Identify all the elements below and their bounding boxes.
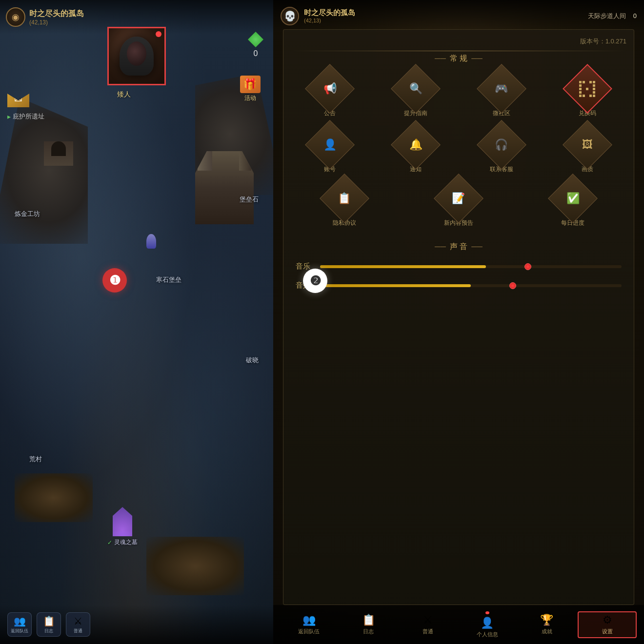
settings-grid-row2: 👤 账号 🔔 通知 🎧 联系客服 [291, 127, 626, 174]
guide-icon: 🔍 [409, 82, 423, 95]
settings-item-quality[interactable]: 🖼 画质 [548, 127, 626, 174]
bottom-btn-profile[interactable]: 👤 个人信息 [459, 611, 516, 638]
portrait-arrow [132, 84, 141, 85]
gem-count: 0 [254, 49, 258, 58]
char-hood [120, 37, 154, 76]
portrait-notification-dot [156, 31, 161, 37]
settings-item-community[interactable]: 🎮 微社区 [463, 71, 541, 117]
notification-icon: 🔔 [409, 138, 423, 151]
music-slider-row: 音乐 [291, 262, 626, 271]
right-location-info: 时之尽头的孤岛 (42,13) [304, 8, 355, 23]
skull-icon: 💀 [281, 7, 299, 25]
settings-btn-icon: ⚙ [603, 614, 612, 626]
log-icon: 📋 [43, 615, 55, 627]
music-slider-fill [320, 265, 486, 268]
nav-label: 天际步道人间 [588, 12, 626, 20]
version-text: 版本号：1.0.271 [291, 37, 626, 46]
gem-icon [248, 32, 263, 47]
activity-gift-icon [240, 76, 261, 93]
music-slider-thumb [524, 263, 531, 270]
settings-panel: 版本号：1.0.271 常 规 📢 公告 🔍 提升指南 [283, 29, 634, 605]
mode-icon: ⚔ [74, 615, 82, 627]
profile-btn-icon: 👤 [481, 617, 494, 629]
location-info: 时之尽头的孤岛 (42,13) [29, 9, 84, 26]
quality-icon-wrapper: 🖼 [570, 127, 605, 162]
bottom-btn-normal[interactable]: ⚔ 普通 [400, 611, 457, 638]
quality-icon: 🖼 [582, 138, 593, 151]
profile-btn-label: 个人信息 [477, 631, 498, 638]
settings-item-redeem[interactable]: 兑换码 [548, 71, 626, 117]
bottom-icon-log[interactable]: 📋 日志 [37, 612, 61, 637]
bottom-icon-mode[interactable]: ⚔ 普通 [66, 612, 90, 637]
character-portrait[interactable] [107, 27, 166, 85]
music-slider-track[interactable] [320, 265, 622, 268]
bottom-btn-log[interactable]: 📋 日志 [340, 611, 397, 638]
announcement-icon-wrapper: 📢 [312, 71, 347, 106]
guide-icon-wrapper: 🔍 [398, 71, 433, 106]
right-location-coords: (42,13) [304, 18, 355, 23]
normal-btn-label: 普通 [423, 628, 433, 635]
sfx-slider-track[interactable] [320, 284, 622, 287]
support-icon: 🎧 [495, 138, 508, 151]
sfx-slider-thumb [509, 282, 516, 289]
account-icon-wrapper: 👤 [312, 127, 347, 162]
squad-icon: 👥 [14, 615, 26, 627]
settings-item-support[interactable]: 🎧 联系客服 [463, 127, 541, 174]
shelter-ruins-label[interactable]: ▸ 庇护所遗址 [7, 112, 44, 121]
squad-btn-icon: 👥 [302, 614, 316, 626]
section-general-label: 常 规 [431, 54, 486, 62]
settings-item-preview[interactable]: 📝 新内容预告 [405, 181, 512, 227]
settings-item-account[interactable]: 👤 账号 [291, 127, 369, 174]
community-icon-wrapper: 🎮 [484, 71, 519, 106]
bottom-buttons-right: 👥 返回队伍 📋 日志 ⚔ 普通 👤 个人信息 🏆 成就 ⚙ 设置 [273, 605, 644, 644]
dwarf-label: 矮人 [117, 90, 131, 99]
portrait-inner [109, 28, 164, 84]
announcement-icon: 📢 [323, 82, 337, 95]
activity-label: 活动 [244, 94, 256, 102]
bottom-btn-achievement[interactable]: 🏆 成就 [518, 611, 575, 638]
settings-item-notification[interactable]: 🔔 通知 [377, 127, 455, 174]
settings-item-guide[interactable]: 🔍 提升指南 [377, 71, 455, 117]
section-general: 常 规 [291, 51, 626, 64]
preview-icon-wrapper: 📝 [441, 181, 476, 216]
settings-item-daily[interactable]: ✅ 每日进度 [520, 181, 626, 227]
settings-grid-row1: 📢 公告 🔍 提升指南 🎮 微社区 [291, 71, 626, 117]
community-icon: 🎮 [495, 82, 508, 95]
redeem-icon-wrapper [570, 71, 605, 106]
left-panel: ◉ 时之尽头的孤岛 (42,13) 0 矮人 活动 ✉ ▸ 庇护所遗址 炼金工坊… [0, 0, 273, 644]
soul-grave-label: ✓ 灵魂之墓 [107, 538, 138, 546]
achievement-btn-icon: 🏆 [540, 614, 553, 626]
settings-grid-row3: 📋 隐私协议 📝 新内容预告 ✅ 每日进度 [291, 181, 626, 227]
right-panel: 💀 时之尽头的孤岛 (42,13) 天际步道人间 0 版本号：1.0.271 常… [273, 0, 644, 644]
sound-section: 声 音 音乐 音效 [291, 242, 626, 300]
shelter-arrow-icon: ▸ [7, 113, 11, 120]
preview-icon: 📝 [452, 192, 465, 205]
sound-section-title: 声 音 [291, 242, 626, 252]
soul-grave-structure [110, 507, 135, 536]
checkmark-icon: ✓ [107, 539, 112, 546]
daily-icon: ✅ [566, 192, 580, 205]
terrain-fortress [195, 151, 254, 224]
privacy-icon-wrapper: 📋 [327, 181, 362, 216]
top-right-icons: 天际步道人间 0 [588, 12, 637, 20]
bottom-btn-squad[interactable]: 👥 返回队伍 [281, 611, 338, 638]
map-character [146, 234, 156, 249]
settings-item-privacy[interactable]: 📋 隐私协议 [291, 181, 398, 227]
log-btn-icon: 📋 [362, 614, 375, 626]
bottom-icon-squad[interactable]: 👥 返回队伍 [7, 612, 32, 637]
log-btn-label: 日志 [363, 628, 374, 635]
support-icon-wrapper: 🎧 [484, 127, 519, 162]
step-2-circle: ❷ [303, 269, 327, 293]
coins-count: 0 [633, 12, 637, 20]
right-location-name: 时之尽头的孤岛 [304, 8, 355, 18]
location-icon: ◉ [6, 7, 25, 27]
rocky-terrain-1 [15, 473, 93, 522]
bottom-btn-settings[interactable]: ⚙ 设置 [578, 611, 637, 638]
settings-item-announcement[interactable]: 📢 公告 [291, 71, 369, 117]
activity-button[interactable]: 活动 [237, 76, 263, 102]
soul-grave[interactable]: ✓ 灵魂之墓 [107, 507, 138, 546]
normal-btn-icon: ⚔ [423, 614, 433, 626]
qr-code-icon [579, 81, 595, 97]
daily-icon-wrapper: ✅ [555, 181, 590, 216]
section-line-top [291, 51, 626, 51]
